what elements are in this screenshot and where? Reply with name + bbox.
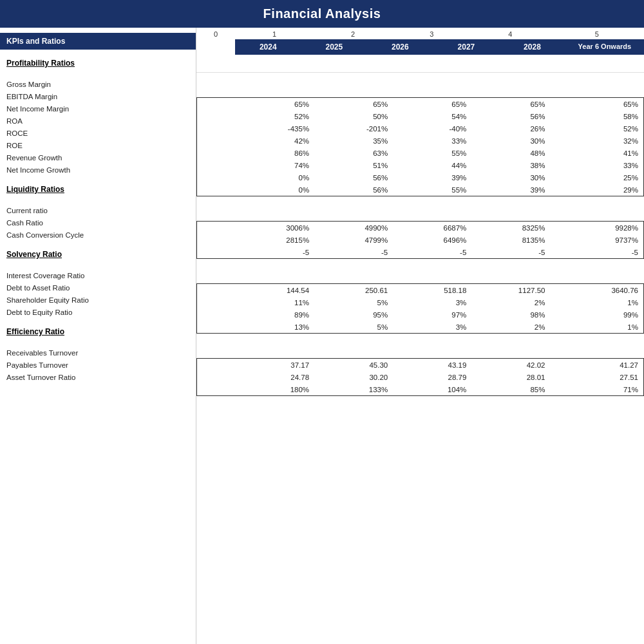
row-cash-conversion: Cash Conversion Cycle	[0, 229, 196, 241]
row-roe: ROE	[0, 139, 196, 151]
left-panel: KPIs and Ratios Profitability Ratios Gro…	[0, 28, 196, 644]
section-title-solvency: Solvency Ratio	[0, 241, 196, 263]
cell-de-2025: 5%	[314, 321, 393, 333]
cell-cr-2026: 6687%	[393, 222, 471, 234]
cell-roe-2024: 74%	[236, 159, 314, 171]
cell-pt-2028: 27.51	[550, 371, 643, 383]
cell-roce-2026: 55%	[393, 147, 471, 159]
row-shareholder-equity: Shareholder Equity Ratio	[0, 294, 196, 306]
cell-at-2026: 104%	[393, 383, 471, 395]
year-2024: 2024	[235, 39, 301, 55]
cell-pt-2027: 28.01	[471, 371, 550, 383]
cell-da-2026: 3%	[393, 296, 471, 308]
cell-gm-2024: 65%	[236, 98, 314, 110]
year-6-onwards: Year 6 Onwards	[565, 39, 644, 55]
cell-se-2024: 89%	[236, 308, 314, 321]
cell-pt-2026: 28.79	[393, 371, 471, 383]
cell-rg-2024: 0%	[236, 171, 314, 184]
data-row-ccc: -5 -5 -5 -5 -5	[197, 246, 643, 258]
cell-ic-2025: 250.61	[314, 284, 393, 296]
row-interest-coverage: Interest Coverage Ratio	[0, 269, 196, 281]
cell-rg-2027: 30%	[471, 171, 550, 184]
efficiency-data-box: 37.17 45.30 43.19 42.02 41.27 24.78 30.2…	[196, 358, 644, 396]
cell-cr-2027: 8325%	[471, 222, 550, 234]
cell-rt-2027: 42.02	[471, 359, 550, 371]
cell-cashr-2024: 2815%	[236, 234, 314, 246]
data-row-roe: 74% 51% 44% 38% 33%	[197, 159, 643, 171]
data-row-receivables: 37.17 45.30 43.19 42.02 41.27	[197, 359, 643, 371]
timeline-numbers-row: 0 1 2 3 4 5	[196, 28, 644, 39]
cell-ebitda-2027: 56%	[471, 110, 550, 122]
row-debt-equity: Debt to Equity Ratio	[0, 306, 196, 318]
cell-da-2027: 2%	[471, 296, 550, 308]
cell-cashr-2028: 9737%	[550, 234, 643, 246]
cell-ebitda-2025: 50%	[314, 110, 393, 122]
cell-cashr-2027: 8135%	[471, 234, 550, 246]
cell-ccc-2025: -5	[314, 246, 393, 258]
year-2026: 2026	[367, 39, 433, 55]
cell-de-2028: 1%	[550, 321, 643, 333]
cell-ic-2028: 3640.76	[550, 284, 643, 296]
cell-ccc-2027: -5	[471, 246, 550, 258]
page-title: Financial Analysis	[0, 0, 644, 28]
cell-nim-2026: -40%	[393, 122, 471, 135]
cell-roa-2027: 30%	[471, 135, 550, 147]
cell-ebitda-2024: 52%	[236, 110, 314, 122]
cell-rt-2025: 45.30	[314, 359, 393, 371]
cell-nim-2028: 52%	[550, 122, 643, 135]
cell-roa-2028: 32%	[550, 135, 643, 147]
data-row-debt-equity: 13% 5% 3% 2% 1%	[197, 321, 643, 333]
data-row-current-ratio: 3006% 4990% 6687% 8325% 9928%	[197, 222, 643, 234]
cell-da-2025: 5%	[314, 296, 393, 308]
cell-pt-2025: 30.20	[314, 371, 393, 383]
liquidity-data-box: 3006% 4990% 6687% 8325% 9928% 2815% 4799…	[196, 221, 644, 259]
cell-nim-2027: 26%	[471, 122, 550, 135]
cell-at-2028: 71%	[550, 383, 643, 395]
cell-nim-2024: -435%	[236, 122, 314, 135]
cell-cr-2025: 4990%	[314, 222, 393, 234]
data-row-cash-ratio: 2815% 4799% 6496% 8135% 9737%	[197, 234, 643, 246]
cell-ebitda-2028: 58%	[550, 110, 643, 122]
cell-da-2024: 11%	[236, 296, 314, 308]
cell-roe-2025: 51%	[314, 159, 393, 171]
cell-roe-2026: 44%	[393, 159, 471, 171]
row-roa: ROA	[0, 115, 196, 127]
data-row-ebitda: 52% 50% 54% 56% 58%	[197, 110, 643, 122]
year-2027: 2027	[433, 39, 500, 55]
data-row-roce: 86% 63% 55% 48% 41%	[197, 147, 643, 159]
row-payables-turnover: Payables Turnover	[0, 359, 196, 371]
row-revenue-growth: Revenue Growth	[0, 151, 196, 164]
cell-nig-2025: 56%	[314, 184, 393, 196]
cell-rt-2026: 43.19	[393, 359, 471, 371]
year-headers-row: 2024 2025 2026 2027 2028 Year 6 Onwards	[196, 39, 644, 55]
cell-at-2025: 133%	[314, 383, 393, 395]
cell-nim-2025: -201%	[314, 122, 393, 135]
cell-at-2024: 180%	[236, 383, 314, 395]
cell-roce-2027: 48%	[471, 147, 550, 159]
section-title-profitability: Profitability Ratios	[0, 50, 196, 71]
cell-de-2024: 13%	[236, 321, 314, 333]
cell-nig-2027: 39%	[471, 184, 550, 196]
cell-se-2027: 98%	[471, 308, 550, 321]
timeline-num-0: 0	[196, 30, 235, 38]
cell-ccc-2024: -5	[236, 246, 314, 258]
data-row-gross-margin: 65% 65% 65% 65% 65%	[197, 98, 643, 110]
data-row-rev-growth: 0% 56% 39% 30% 25%	[197, 171, 643, 184]
data-row-int-coverage: 144.54 250.61 518.18 1127.50 3640.76	[197, 284, 643, 296]
cell-ic-2027: 1127.50	[471, 284, 550, 296]
row-gross-margin: Gross Margin	[0, 78, 196, 90]
data-row-nim: -435% -201% -40% 26% 52%	[197, 122, 643, 135]
row-debt-asset: Debt to Asset Ratio	[0, 281, 196, 294]
data-row-debt-asset: 11% 5% 3% 2% 1%	[197, 296, 643, 308]
cell-da-2028: 1%	[550, 296, 643, 308]
timeline-num-1: 1	[235, 30, 314, 38]
timeline-num-4: 4	[471, 30, 549, 38]
cell-nig-2026: 55%	[393, 184, 471, 196]
row-asset-turnover: Asset Turnover Ratio	[0, 371, 196, 383]
section-title-efficiency: Efficiency Ratio	[0, 318, 196, 340]
row-net-income-growth: Net Income Growth	[0, 164, 196, 176]
right-panel: 0 1 2 3 4 5 2024 2025 2026 2027 2028 Yea…	[196, 28, 644, 644]
timeline-num-3: 3	[392, 30, 471, 38]
cell-ebitda-2026: 54%	[393, 110, 471, 122]
timeline-num-2: 2	[314, 30, 392, 38]
